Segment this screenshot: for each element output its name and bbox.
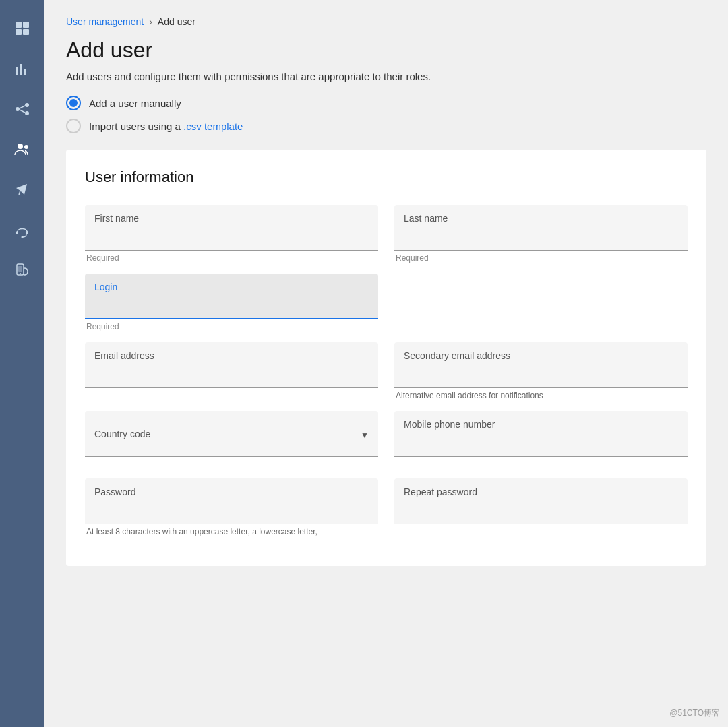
svg-point-13 — [18, 144, 23, 149]
password-input-wrapper[interactable]: Password — [85, 478, 378, 524]
svg-rect-7 — [28, 62, 29, 75]
email-field: Email address — [85, 342, 378, 400]
email-input[interactable] — [94, 364, 369, 375]
svg-line-11 — [20, 106, 25, 108]
radio-import-label: Import users using a .csv template — [89, 121, 243, 132]
user-information-form: User information First name Required Las… — [66, 150, 706, 566]
login-hint: Required — [85, 322, 378, 331]
dashboard-icon — [14, 20, 30, 36]
password-row: Password At least 8 characters with an u… — [85, 478, 688, 536]
svg-rect-3 — [23, 29, 29, 35]
login-placeholder-field — [394, 274, 688, 331]
password-field: Password At least 8 characters with an u… — [85, 478, 378, 536]
password-input[interactable] — [94, 500, 369, 511]
repeat-password-field: Repeat password — [394, 478, 688, 536]
repeat-password-label: Repeat password — [404, 486, 678, 497]
secondary-email-field: Secondary email address Alternative emai… — [394, 342, 688, 400]
svg-rect-20 — [18, 266, 22, 272]
svg-point-19 — [20, 273, 21, 274]
country-code-field: Country code ▼ — [85, 411, 378, 457]
password-hint: At least 8 characters with an uppercase … — [85, 527, 378, 536]
radio-import-circle[interactable] — [66, 119, 81, 133]
last-name-input[interactable] — [404, 226, 678, 238]
svg-point-10 — [25, 111, 29, 115]
country-code-label: Country code — [94, 429, 150, 439]
page-description: Add users and configure them with permis… — [66, 71, 706, 82]
phone-icon — [14, 263, 30, 279]
first-name-input[interactable] — [94, 226, 369, 238]
radio-manual[interactable]: Add a user manually — [66, 96, 706, 110]
radio-manual-circle[interactable] — [66, 96, 81, 110]
email-label: Email address — [94, 350, 369, 361]
sidebar-item-support[interactable] — [0, 210, 44, 251]
login-input-wrapper[interactable]: Login — [85, 274, 378, 319]
sidebar-item-campaigns[interactable] — [0, 170, 44, 210]
last-name-input-wrapper[interactable]: Last name — [394, 205, 688, 251]
svg-point-17 — [22, 236, 24, 239]
secondary-email-label: Secondary email address — [404, 350, 678, 361]
last-name-label: Last name — [404, 213, 678, 224]
radio-manual-label: Add a user manually — [89, 98, 181, 109]
mobile-phone-input[interactable] — [404, 433, 678, 444]
secondary-email-hint: Alternative email address for notificati… — [394, 391, 688, 400]
svg-rect-4 — [16, 67, 18, 75]
sidebar — [0, 0, 44, 727]
first-name-input-wrapper[interactable]: First name — [85, 205, 378, 251]
email-input-wrapper[interactable]: Email address — [85, 342, 378, 388]
svg-point-9 — [25, 103, 29, 107]
svg-rect-5 — [20, 64, 22, 75]
sidebar-item-phone[interactable] — [0, 251, 44, 291]
svg-rect-16 — [26, 231, 28, 234]
svg-line-12 — [20, 110, 25, 113]
first-name-label: First name — [94, 213, 369, 224]
svg-rect-1 — [23, 22, 29, 28]
sidebar-item-analytics[interactable] — [0, 49, 44, 89]
country-code-arrow-icon: ▼ — [361, 431, 369, 440]
users-icon — [14, 141, 30, 158]
watermark: @51CTO博客 — [669, 707, 720, 719]
breadcrumb-separator: › — [149, 16, 152, 27]
mobile-phone-field: Mobile phone number — [394, 411, 688, 457]
password-label: Password — [94, 486, 369, 497]
page-title: Add user — [66, 38, 706, 63]
breadcrumb-link[interactable]: User management — [66, 16, 144, 27]
radio-import[interactable]: Import users using a .csv template — [66, 119, 706, 133]
add-method-radio-group: Add a user manually Import users using a… — [66, 96, 706, 133]
name-row: First name Required Last name Required — [85, 205, 688, 263]
repeat-password-input[interactable] — [404, 500, 678, 511]
svg-rect-6 — [24, 69, 26, 75]
login-field: Login Required — [85, 274, 378, 331]
campaigns-icon — [14, 182, 30, 198]
repeat-password-input-wrapper[interactable]: Repeat password — [394, 478, 688, 524]
first-name-hint: Required — [85, 253, 378, 263]
svg-rect-0 — [16, 22, 22, 28]
secondary-email-input[interactable] — [404, 364, 678, 375]
sidebar-item-dashboard[interactable] — [0, 8, 44, 49]
last-name-field: Last name Required — [394, 205, 688, 263]
svg-point-14 — [24, 145, 28, 149]
login-row: Login Required — [85, 274, 688, 331]
integrations-icon — [14, 101, 30, 117]
mobile-phone-input-wrapper[interactable]: Mobile phone number — [394, 411, 688, 457]
form-section-title: User information — [85, 168, 688, 186]
sidebar-item-users[interactable] — [0, 129, 44, 170]
first-name-field: First name Required — [85, 205, 378, 263]
csv-template-link[interactable]: .csv template — [183, 121, 243, 132]
svg-rect-2 — [16, 29, 22, 35]
headset-icon — [14, 222, 30, 239]
country-code-select[interactable]: Country code ▼ — [85, 411, 378, 457]
login-label: Login — [94, 282, 369, 292]
secondary-email-input-wrapper[interactable]: Secondary email address — [394, 342, 688, 388]
breadcrumb: User management › Add user — [66, 16, 706, 27]
analytics-icon — [14, 61, 30, 77]
mobile-phone-label: Mobile phone number — [404, 419, 678, 430]
login-input[interactable] — [94, 295, 369, 307]
svg-rect-15 — [16, 231, 18, 234]
last-name-hint: Required — [394, 253, 688, 263]
main-content: User management › Add user Add user Add … — [44, 0, 728, 727]
email-row: Email address Secondary email address Al… — [85, 342, 688, 400]
breadcrumb-current: Add user — [158, 16, 195, 27]
phone-row: Country code ▼ Mobile phone number — [85, 411, 688, 457]
svg-point-8 — [16, 107, 20, 111]
sidebar-item-integrations[interactable] — [0, 89, 44, 129]
